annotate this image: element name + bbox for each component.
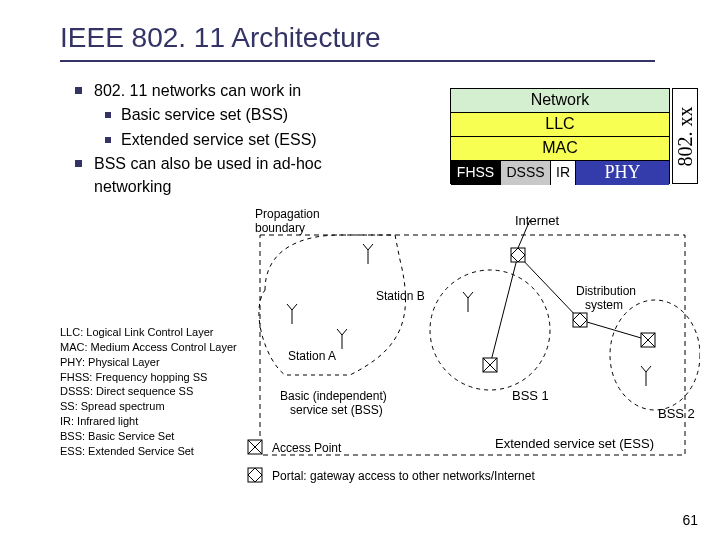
slide-title: IEEE 802. 11 Architecture xyxy=(60,22,381,54)
protocol-stack: Network LLC MAC FHSS DSSS IR PHY xyxy=(450,88,670,184)
ap-legend-symbol xyxy=(248,440,262,454)
bullet-1b: Extended service set (ESS) xyxy=(105,129,374,151)
glossary-line: ESS: Extended Service Set xyxy=(60,444,237,459)
bullet-1a: Basic service set (BSS) xyxy=(105,104,374,126)
page-number: 61 xyxy=(682,512,698,528)
svg-rect-19 xyxy=(573,313,587,327)
portal-legend-label: Portal: gateway access to other networks… xyxy=(272,469,535,483)
ess-label: Extended service set (ESS) xyxy=(495,436,654,451)
bibss-label-2: service set (BSS) xyxy=(290,403,383,417)
station-icon xyxy=(641,366,651,386)
bibss-label-1: Basic (independent) xyxy=(280,389,387,403)
stack-side-text: 802. xx xyxy=(674,106,697,166)
bullet-square-icon xyxy=(105,112,111,118)
station-icon xyxy=(337,329,347,349)
propagation-label-1: Propagation xyxy=(255,207,320,221)
bullet-1a-text: Basic service set (BSS) xyxy=(121,104,288,126)
ess-boundary xyxy=(260,235,685,455)
glossary-line: SS: Spread spectrum xyxy=(60,399,237,414)
ap-legend-label: Access Point xyxy=(272,441,342,455)
bullet-square-icon xyxy=(75,87,82,94)
bullet-2: BSS can also be used in ad-hoc networkin… xyxy=(75,153,374,198)
bullet-1: 802. 11 networks can work in xyxy=(75,80,374,102)
stack-mac: MAC xyxy=(450,136,670,160)
portal-legend-symbol xyxy=(248,468,262,482)
bullet-list: 802. 11 networks can work in Basic servi… xyxy=(75,80,374,200)
stationA-label: Station A xyxy=(288,349,336,363)
glossary-line: BSS: Basic Service Set xyxy=(60,429,237,444)
distsys-label-1: Distribution xyxy=(576,284,636,298)
bullet-square-icon xyxy=(75,160,82,167)
bss2-label: BSS 2 xyxy=(658,406,695,421)
bullet-1-text: 802. 11 networks can work in xyxy=(94,80,301,102)
svg-rect-14 xyxy=(511,248,525,262)
propagation-label-2: boundary xyxy=(255,221,305,235)
stack-llc: LLC xyxy=(450,112,670,136)
glossary-line: PHY: Physical Layer xyxy=(60,355,237,370)
stack-dsss: DSSS xyxy=(501,161,551,185)
ap-symbol xyxy=(483,358,497,372)
svg-rect-24 xyxy=(248,468,262,482)
bss2-ellipse xyxy=(610,300,700,410)
stack-side-label: 802. xx xyxy=(672,88,698,184)
portal-symbol xyxy=(573,313,587,327)
stack-phy: PHY xyxy=(576,161,669,185)
bss1-label: BSS 1 xyxy=(512,388,549,403)
station-icon xyxy=(287,304,297,324)
ap-symbol xyxy=(641,333,655,347)
portal-symbol xyxy=(511,248,525,262)
ds-line-3 xyxy=(580,320,648,340)
stack-phy-row: FHSS DSSS IR PHY xyxy=(450,160,670,184)
stationB-label: Station B xyxy=(376,289,425,303)
station-icon xyxy=(363,244,373,264)
glossary: LLC: Logical Link Control Layer MAC: Med… xyxy=(60,325,237,459)
bullet-1b-text: Extended service set (ESS) xyxy=(121,129,317,151)
bullet-2-text: BSS can also be used in ad-hoc networkin… xyxy=(94,153,374,198)
stack-fhss: FHSS xyxy=(451,161,501,185)
glossary-line: FHSS: Frequency hopping SS xyxy=(60,370,237,385)
stack-network: Network xyxy=(450,88,670,112)
bullet-square-icon xyxy=(105,137,111,143)
ds-line-2 xyxy=(518,255,580,320)
glossary-line: MAC: Medium Access Control Layer xyxy=(60,340,237,355)
distsys-label-2: system xyxy=(585,298,623,312)
glossary-line: IR: Infrared light xyxy=(60,414,237,429)
internet-label: Internet xyxy=(515,213,559,228)
stack-ir: IR xyxy=(551,161,576,185)
glossary-line: LLC: Logical Link Control Layer xyxy=(60,325,237,340)
title-underline xyxy=(60,60,655,62)
station-icon xyxy=(463,292,473,312)
glossary-line: DSSS: Direct sequence SS xyxy=(60,384,237,399)
